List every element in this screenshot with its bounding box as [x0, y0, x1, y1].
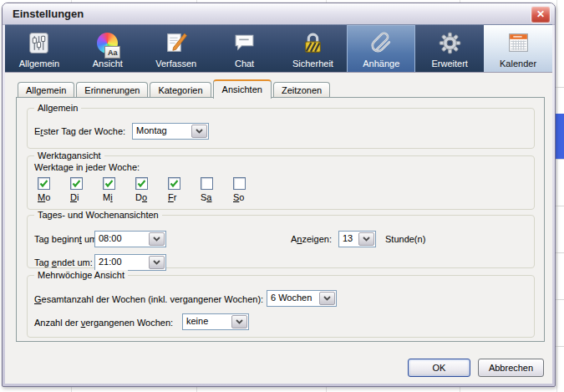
checkbox-so[interactable] [233, 177, 246, 190]
toolbar-item-kalender[interactable]: Kalender [484, 25, 552, 73]
workdays-caption: Werktage in jeder Woche: [34, 162, 140, 172]
day-begins-combobox[interactable]: 08:00 [94, 231, 166, 247]
window-title: Einstellungen [13, 3, 84, 24]
weekday-label: Fr [168, 192, 196, 202]
show-hours-combobox[interactable]: 13 [338, 231, 376, 247]
gear-icon [438, 28, 462, 57]
checkbox-mo[interactable] [38, 177, 50, 190]
weekday-label: Mi [103, 192, 131, 202]
title-bar[interactable]: Einstellungen ✕ [3, 3, 555, 25]
toolbar-item-sicherheit[interactable]: Sicherheit [279, 25, 348, 73]
weekday-label: Di [70, 192, 99, 202]
checkbox-sa[interactable] [201, 177, 213, 190]
toolbar-item-label: Anhänge [363, 59, 399, 69]
toolbar-item-chat[interactable]: Chat [211, 25, 279, 73]
past-weeks-label: Anzahl der vergangenen Wochen: [34, 318, 173, 328]
background-grid-line [556, 0, 557, 392]
toolbar-item-erweitert[interactable]: Erweitert [415, 25, 484, 73]
appearance-icon: Aa [97, 28, 118, 57]
group-mehrwoechige-ansicht: Mehrwöchige Ansicht Gesamtanzahl der Woc… [27, 275, 535, 338]
total-weeks-label: Gesamtanzahl der Wochen (inkl. vergangen… [34, 294, 263, 304]
show-hours-label: Anzeigen: [291, 234, 332, 244]
group-allgemein: Allgemein Erster Tag der Woche: Montag [27, 108, 535, 149]
toolbar-item-label: Verfassen [155, 59, 196, 69]
tab-panel-ansichten: Allgemein Erster Tag der Woche: Montag W… [16, 97, 545, 342]
group-title: Mehrwöchige Ansicht [34, 270, 128, 280]
weekday-column: Fr [168, 177, 196, 202]
dialog-content: Allgemein Erinnerungen Kategorien Ansich… [5, 72, 552, 384]
past-weeks-combobox[interactable]: keine [182, 313, 249, 330]
toolbar-item-label: Sicherheit [292, 59, 333, 69]
group-werktagansicht: Werktagansicht Werktage in jeder Woche: … [27, 155, 535, 210]
weekday-column: Di [70, 177, 99, 202]
tab-allgemein[interactable]: Allgemein [18, 82, 74, 98]
chevron-down-icon[interactable] [358, 232, 374, 246]
chevron-down-icon[interactable] [149, 232, 165, 246]
combobox-value: 6 Wochen [267, 291, 318, 306]
weekday-column: Sa [201, 177, 229, 202]
settings-dialog: Einstellungen ✕ Allgemein Aa [2, 3, 556, 387]
padlock-icon [301, 28, 325, 57]
first-day-label: Erster Tag der Woche: [34, 126, 125, 136]
toolbar-item-label: Ansicht [93, 59, 123, 69]
toolbar-item-label: Allgemein [19, 59, 59, 69]
weekday-column: So [233, 177, 262, 202]
appearance-icon-badge: Aa [104, 46, 120, 59]
close-button[interactable]: ✕ [531, 6, 551, 23]
calendar-icon [506, 28, 531, 57]
group-title: Tages- und Wochenansichten [34, 210, 162, 220]
day-ends-label: Tag endet um: [34, 257, 93, 267]
combobox-value: Montag [133, 124, 191, 139]
toolbar-item-ansicht[interactable]: Aa Ansicht [74, 25, 142, 73]
weekday-label: Do [135, 192, 164, 202]
combobox-value: keine [183, 314, 231, 329]
toolbar-item-allgemein[interactable]: Allgemein [5, 25, 74, 73]
combobox-value: 21:00 [95, 255, 148, 270]
group-title: Werktagansicht [34, 150, 104, 160]
tab-erinnerungen[interactable]: Erinnerungen [76, 82, 148, 98]
first-day-combobox[interactable]: Montag [132, 123, 209, 140]
toolbar-item-label: Kalender [500, 59, 536, 69]
day-ends-combobox[interactable]: 21:00 [94, 254, 166, 271]
toolbar-item-anhaenge[interactable]: Anhänge [347, 25, 415, 73]
paperclip-icon [369, 28, 394, 57]
tab-ansichten[interactable]: Ansichten [213, 79, 272, 99]
checkbox-fr[interactable] [168, 177, 180, 190]
background-calendar-event [556, 114, 564, 159]
tab-strip: Allgemein Erinnerungen Kategorien Ansich… [18, 78, 332, 98]
weekday-label: So [233, 192, 262, 202]
show-hours-suffix: Stunde(n) [385, 234, 425, 244]
toolbar-item-verfassen[interactable]: Verfassen [142, 25, 211, 73]
weekday-label: Sa [201, 192, 229, 202]
chevron-down-icon[interactable] [149, 256, 165, 269]
ok-button[interactable]: OK [408, 359, 470, 377]
weekday-column: Do [135, 177, 164, 202]
chevron-down-icon[interactable] [191, 125, 207, 138]
weekday-label: Mo [38, 192, 66, 202]
combobox-value: 13 [339, 232, 358, 247]
compose-icon [164, 28, 188, 57]
tab-kategorien[interactable]: Kategorien [150, 82, 211, 98]
sliders-icon [27, 28, 51, 57]
chevron-down-icon[interactable] [231, 315, 247, 328]
toolbar-item-label: Erweitert [431, 59, 467, 69]
weekday-column: Mi [103, 177, 131, 202]
toolbar-item-label: Chat [235, 59, 254, 69]
chat-bubble-icon [232, 28, 257, 57]
category-toolbar: Allgemein Aa Ansicht Verfassen [5, 24, 552, 73]
checkbox-di[interactable] [70, 177, 83, 190]
group-title: Allgemein [34, 103, 81, 113]
tab-zeitzonen[interactable]: Zeitzonen [273, 82, 330, 98]
cancel-button[interactable]: Abbrechen [478, 359, 544, 377]
chevron-down-icon[interactable] [319, 292, 335, 305]
checkbox-do[interactable] [135, 177, 148, 190]
total-weeks-combobox[interactable]: 6 Wochen [267, 290, 337, 307]
combobox-value: 08:00 [95, 232, 148, 247]
day-begins-label: Tag beginnt um: [34, 234, 99, 244]
group-tages-wochenansichten: Tages- und Wochenansichten Tag beginnt u… [27, 215, 535, 268]
weekday-column: Mo [38, 177, 66, 202]
checkbox-mi[interactable] [103, 177, 115, 190]
